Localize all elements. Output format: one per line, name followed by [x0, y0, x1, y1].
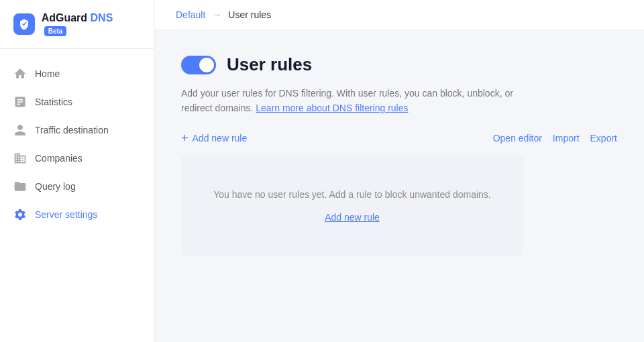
page-header: User rules [181, 54, 617, 75]
logo-area: AdGuard DNS Beta [0, 0, 154, 49]
sidebar-nav: Home Statistics Traffic destination Comp… [0, 49, 154, 342]
sidebar-label-companies: Companies [35, 153, 83, 164]
home-icon [13, 67, 27, 80]
adguard-logo-icon [13, 13, 35, 35]
sidebar-item-statistics[interactable]: Statistics [0, 88, 154, 116]
sidebar-item-home[interactable]: Home [0, 60, 154, 88]
person-icon [13, 123, 27, 137]
toggle-track [181, 56, 216, 74]
breadcrumb-current: User rules [228, 9, 271, 20]
empty-state-text: You have no user rules yet. Add a rule t… [208, 187, 496, 202]
breadcrumb-parent[interactable]: Default [176, 9, 205, 20]
building-icon [13, 152, 27, 165]
export-button[interactable]: Export [590, 133, 617, 144]
logo-text: AdGuard DNS Beta [42, 12, 140, 36]
user-rules-toggle[interactable] [181, 56, 216, 74]
learn-more-link[interactable]: Learn more about DNS filtering rules [256, 103, 408, 113]
plus-icon: + [181, 132, 189, 144]
gear-icon [13, 208, 27, 221]
main-content: Default → User rules User rules Add your… [154, 0, 644, 342]
sidebar: AdGuard DNS Beta Home Statistics Traffic… [0, 0, 154, 342]
sidebar-label-query-log: Query log [35, 181, 76, 192]
chart-icon [13, 95, 27, 109]
sidebar-item-server-settings[interactable]: Server settings [0, 201, 154, 229]
sidebar-label-home: Home [35, 68, 60, 79]
page-title: User rules [227, 54, 312, 75]
import-button[interactable]: Import [553, 133, 580, 144]
beta-badge: Beta [44, 26, 67, 36]
toggle-thumb [199, 58, 214, 72]
open-editor-button[interactable]: Open editor [493, 133, 542, 144]
empty-add-rule-link[interactable]: Add new rule [325, 212, 380, 223]
sidebar-label-traffic: Traffic destination [35, 125, 109, 135]
page-content: User rules Add your user rules for DNS f… [154, 30, 644, 342]
folder-icon [13, 180, 27, 193]
sidebar-item-query-log[interactable]: Query log [0, 172, 154, 201]
toolbar: + Add new rule Open editor Import Export [181, 132, 617, 144]
sidebar-label-statistics: Statistics [35, 97, 72, 107]
sidebar-item-companies[interactable]: Companies [0, 144, 154, 172]
sidebar-label-server-settings: Server settings [35, 209, 97, 220]
empty-state: You have no user rules yet. Add a rule t… [181, 155, 523, 255]
breadcrumb-separator: → [212, 9, 221, 20]
add-new-rule-button[interactable]: + Add new rule [181, 132, 247, 144]
page-description: Add your user rules for DNS filtering. W… [181, 86, 543, 116]
toolbar-actions: Open editor Import Export [493, 133, 617, 144]
sidebar-item-traffic[interactable]: Traffic destination [0, 116, 154, 144]
breadcrumb: Default → User rules [154, 0, 644, 30]
